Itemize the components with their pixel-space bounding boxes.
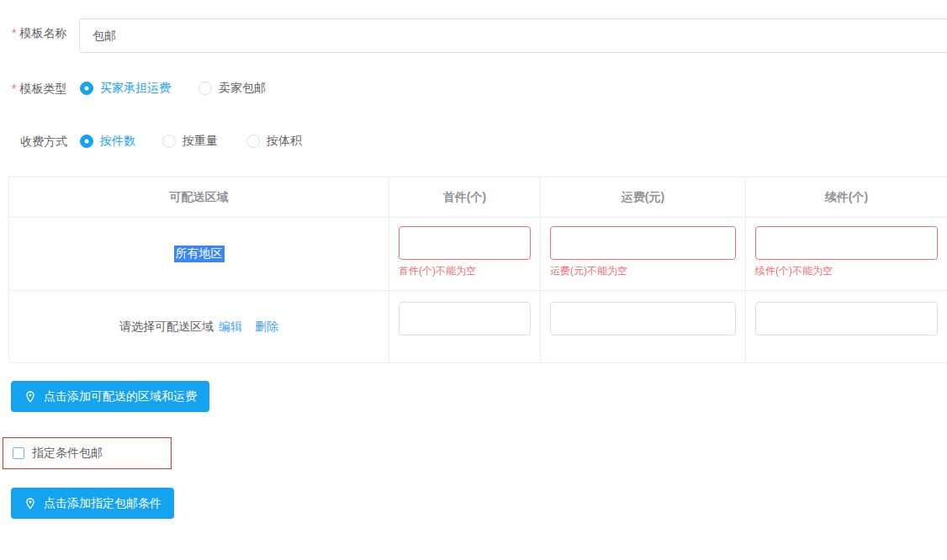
delete-region-link[interactable]: 删除 [255, 320, 278, 335]
radio-label: 按件数 [100, 134, 135, 149]
location-pin-icon [24, 497, 37, 510]
template-name-input[interactable] [79, 18, 947, 53]
radio-icon [162, 135, 176, 148]
table-row-select-region: 请选择可配送区域 编辑 删除 [9, 291, 947, 363]
charge-method-label: 收费方式 [20, 135, 67, 148]
header-additional-piece: 续件(个) [746, 177, 947, 218]
first-piece-input[interactable] [399, 302, 531, 335]
add-region-button[interactable]: 点击添加可配送的区域和运费 [11, 381, 209, 412]
free-shipping-checkbox-label[interactable]: 指定条件包邮 [32, 446, 103, 461]
radio-buyer-pays[interactable]: 买家承担运费 [80, 81, 171, 96]
location-pin-icon [24, 390, 37, 404]
radio-icon [198, 82, 212, 95]
first-piece-input[interactable] [399, 226, 531, 260]
shipping-fee-input[interactable] [550, 226, 736, 260]
radio-by-piece[interactable]: 按件数 [80, 134, 135, 149]
template-type-radio-group: 买家承担运费 卖家包邮 [80, 81, 266, 96]
radio-icon [246, 135, 260, 148]
additional-piece-error: 续件(个)不能为空 [755, 260, 938, 276]
add-condition-button[interactable]: 点击添加指定包邮条件 [11, 488, 174, 519]
radio-label: 买家承担运费 [100, 81, 171, 96]
free-shipping-checkbox[interactable] [13, 447, 24, 459]
additional-piece-input[interactable] [755, 302, 938, 335]
charge-method-radio-group: 按件数 按重量 按体积 [80, 134, 302, 149]
additional-piece-input[interactable] [755, 226, 938, 260]
region-cell: 所有地区 [9, 218, 389, 291]
radio-seller-free-shipping[interactable]: 卖家包邮 [198, 81, 266, 96]
radio-by-weight[interactable]: 按重量 [162, 134, 218, 149]
shipping-fee-input[interactable] [550, 302, 736, 335]
required-asterisk: * [12, 26, 16, 40]
first-piece-error: 首件(个)不能为空 [399, 260, 531, 276]
template-type-label: *模板类型 [12, 82, 66, 95]
header-delivery-region: 可配送区域 [9, 177, 389, 218]
radio-icon [80, 135, 93, 148]
free-shipping-condition-box: 指定条件包邮 [3, 437, 172, 469]
select-region-text: 请选择可配送区域 [119, 320, 214, 335]
shipping-fee-error: 运费(元)不能为空 [550, 260, 736, 276]
radio-label: 按重量 [183, 134, 218, 149]
first-piece-cell: 首件(个)不能为空 [389, 218, 541, 291]
radio-by-volume[interactable]: 按体积 [246, 134, 302, 149]
add-region-button-label: 点击添加可配送的区域和运费 [44, 389, 197, 404]
additional-piece-cell [746, 291, 947, 363]
header-first-piece: 首件(个) [389, 177, 541, 218]
table-header-row: 可配送区域 首件(个) 运费(元) 续件(个) [9, 177, 947, 218]
table-row-all-regions: 所有地区 首件(个)不能为空 运费(元)不能为空 续件(个)不能为空 [9, 218, 947, 291]
header-shipping-fee: 运费(元) [541, 177, 746, 218]
required-asterisk: * [12, 82, 16, 95]
additional-piece-cell: 续件(个)不能为空 [746, 218, 947, 291]
template-name-label: *模板名称 [12, 26, 66, 40]
shipping-fee-cell [541, 291, 746, 363]
first-piece-cell [389, 291, 541, 363]
shipping-template-form: *模板名称 *模板类型 买家承担运费 卖家包邮 收费方式 按件数 按重量 按体积 [0, 0, 947, 560]
add-condition-button-label: 点击添加指定包邮条件 [44, 496, 161, 511]
radio-icon [80, 82, 93, 95]
region-cell: 请选择可配送区域 编辑 删除 [9, 291, 389, 363]
radio-label: 卖家包邮 [219, 81, 266, 96]
shipping-fee-table: 可配送区域 首件(个) 运费(元) 续件(个) 所有地区 首件(个)不能为空 运… [8, 177, 947, 363]
all-regions-text: 所有地区 [174, 246, 225, 262]
edit-region-link[interactable]: 编辑 [219, 320, 242, 335]
shipping-fee-cell: 运费(元)不能为空 [541, 218, 746, 291]
radio-label: 按体积 [267, 134, 302, 149]
